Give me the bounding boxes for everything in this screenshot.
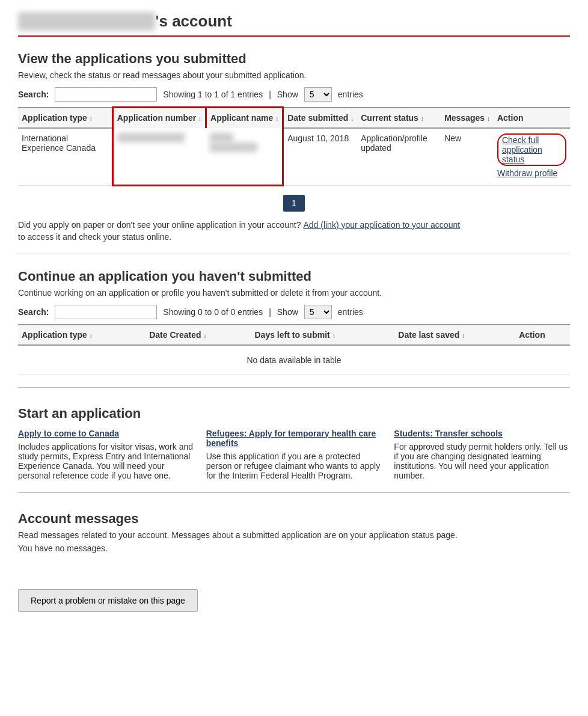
refugees-desc: Use this application if you are a protec…: [206, 451, 382, 480]
apply-canada-desc: Includes applications for visitor visas,…: [18, 442, 194, 480]
not-submitted-description: Continue working on an application or pr…: [18, 288, 570, 298]
submitted-entries-label: entries: [338, 90, 363, 99]
col-app-name: Applicant name ↕: [206, 108, 283, 128]
ns-sort-days-left-icon[interactable]: ↕: [332, 332, 335, 339]
ns-col-app-type: Application type ↕: [18, 325, 145, 345]
account-messages-desc: Read messages related to your account. M…: [18, 530, 570, 540]
section-divider-3: [18, 492, 570, 493]
app-number-blurred: W██████████: [117, 133, 185, 142]
page-1-button[interactable]: 1: [283, 195, 305, 212]
sort-current-status-icon[interactable]: ↕: [421, 115, 424, 122]
students-link[interactable]: Students: Transfer schools: [394, 429, 570, 438]
submitted-table-header-row: Application type ↕ Application number ↕ …: [18, 108, 570, 128]
submitted-description: Review, check the status or read message…: [18, 70, 570, 80]
cell-current-status: Application/profile updated: [357, 128, 441, 186]
no-messages-text: You have no messages.: [18, 543, 570, 553]
ns-col-date-last-saved: Date last saved ↕: [394, 325, 515, 345]
not-submitted-search-row: Search: Showing 0 to 0 of 0 entries | Sh…: [18, 305, 570, 319]
cell-app-name: ████ ████████: [206, 128, 283, 186]
not-submitted-table: Application type ↕ Date Created ↓ Days l…: [18, 324, 570, 375]
paper-app-text: Did you apply on paper or don't see your…: [18, 220, 301, 230]
messages-new-badge: New: [444, 133, 461, 143]
students-desc: For approved study permit holders only. …: [394, 442, 570, 480]
ns-no-data-row: No data available in table: [18, 345, 570, 375]
sort-app-number-icon[interactable]: ↕: [198, 115, 201, 122]
submitted-showing-text: Showing 1 to 1 of 1 entries: [163, 90, 263, 99]
ns-col-date-created: Date Created ↓: [145, 325, 251, 345]
account-messages-section: Account messages Read messages related t…: [18, 511, 570, 553]
not-submitted-search-input[interactable]: [55, 305, 157, 319]
not-submitted-heading: Continue an application you haven't subm…: [18, 269, 570, 284]
start-application-heading: Start an application: [18, 406, 570, 421]
ns-col-days-left: Days left to submit ↕: [251, 325, 394, 345]
start-application-cards: Apply to come to Canada Includes applica…: [18, 429, 570, 480]
sort-date-submitted-icon[interactable]: ↓: [351, 115, 354, 122]
cell-app-number: W██████████: [112, 128, 206, 186]
report-problem-button[interactable]: Report a problem or mistake on this page: [18, 589, 198, 612]
section-divider-1: [18, 254, 570, 254]
col-app-type: Application type ↕: [18, 108, 112, 128]
submitted-search-label: Search:: [18, 90, 49, 99]
sort-app-name-icon[interactable]: ↕: [275, 115, 278, 122]
cell-app-type: International Experience Canada: [18, 128, 112, 186]
card-refugees: Refugees: Apply for temporary health car…: [206, 429, 382, 480]
add-application-link[interactable]: Add (link) your application to your acco…: [303, 220, 460, 230]
col-messages: Messages ↕: [441, 108, 494, 128]
not-submitted-entries-label: entries: [338, 307, 363, 317]
apply-canada-link[interactable]: Apply to come to Canada: [18, 429, 194, 438]
submitted-search-input[interactable]: [55, 87, 157, 102]
submitted-table: Application type ↕ Application number ↕ …: [18, 106, 570, 186]
refugees-link[interactable]: Refugees: Apply for temporary health car…: [206, 429, 382, 448]
page-title: ██████ ██████'s account: [18, 12, 570, 37]
ns-no-data-cell: No data available in table: [18, 345, 570, 375]
footer: Report a problem or mistake on this page: [18, 571, 570, 612]
section-divider-2: [18, 387, 570, 388]
app-name-blurred-line1: ████: [210, 133, 234, 142]
cell-action: Check full application status Withdraw p…: [494, 128, 570, 186]
start-application-section: Start an application Apply to come to Ca…: [18, 406, 570, 480]
withdraw-profile-link[interactable]: Withdraw profile: [497, 168, 566, 178]
cell-messages: New: [441, 128, 494, 186]
not-submitted-entries-select[interactable]: 5 10 25: [304, 305, 332, 319]
col-current-status: Current status ↕: [357, 108, 441, 128]
submitted-heading: View the applications you submitted: [18, 51, 570, 67]
col-action: Action: [494, 108, 570, 128]
col-date-submitted: Date submitted ↓: [283, 108, 358, 128]
submitted-pagination: 1: [18, 195, 570, 212]
not-submitted-header-row: Application type ↕ Date Created ↓ Days l…: [18, 325, 570, 345]
card-students: Students: Transfer schools For approved …: [394, 429, 570, 480]
not-submitted-pipe: |: [269, 307, 271, 317]
not-submitted-search-label: Search:: [18, 307, 49, 317]
ns-sort-app-type-icon[interactable]: ↕: [90, 332, 93, 339]
show-label-submitted: |: [269, 90, 271, 99]
account-name-blurred: ██████ ██████: [18, 12, 155, 31]
ns-sort-date-created-icon[interactable]: ↓: [203, 332, 206, 339]
col-app-number: Application number ↕: [112, 108, 206, 128]
check-status-link[interactable]: Check full application status: [502, 135, 542, 164]
card-apply-canada: Apply to come to Canada Includes applica…: [18, 429, 194, 480]
paper-app-suffix: to access it and check your status onlin…: [18, 232, 171, 242]
sort-app-type-icon[interactable]: ↕: [90, 115, 93, 122]
submitted-entries-select[interactable]: 5 10 25: [304, 87, 332, 102]
cell-date-submitted: August 10, 2018: [283, 128, 358, 186]
sort-messages-icon[interactable]: ↕: [487, 115, 490, 122]
ns-col-action: Action: [515, 325, 570, 345]
paper-app-note: Did you apply on paper or don't see your…: [18, 220, 570, 242]
ns-sort-date-last-saved-icon[interactable]: ↕: [462, 332, 465, 339]
app-name-blurred-line2: ████████: [210, 142, 257, 152]
not-submitted-showing-text: Showing 0 to 0 of 0 entries: [163, 307, 263, 317]
account-title-suffix: 's account: [155, 12, 232, 30]
not-submitted-show-label: Show: [277, 307, 298, 317]
submitted-search-row: Search: Showing 1 to 1 of 1 entries | Sh…: [18, 87, 570, 102]
submitted-show-label: Show: [277, 90, 298, 99]
table-row: International Experience Canada W███████…: [18, 128, 570, 186]
account-messages-heading: Account messages: [18, 511, 570, 527]
